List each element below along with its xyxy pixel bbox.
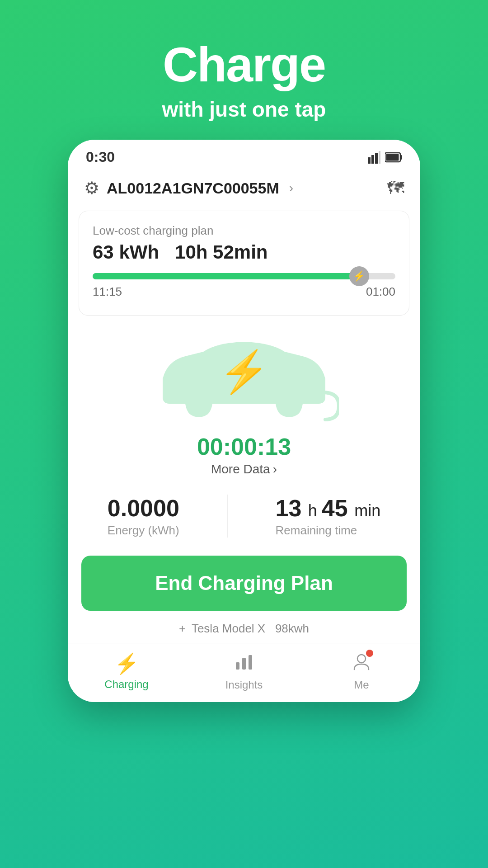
svg-rect-10: [249, 655, 252, 670]
progress-end-time: 01:00: [366, 285, 395, 299]
vehicle-model: Tesla Model X: [192, 622, 265, 635]
stats-divider: [227, 495, 228, 538]
hero-title: Charge: [163, 36, 325, 93]
remaining-hours: 13: [276, 495, 302, 521]
hero-header: Charge with just one tap: [0, 0, 488, 140]
gear-icon[interactable]: ⚙: [84, 178, 99, 198]
vehicle-battery: 98kwh: [275, 622, 309, 635]
energy-label: Energy (kWh): [108, 524, 179, 538]
remaining-mins: 45: [322, 495, 348, 521]
car-area: ⚡ 00:00:13 More Data ›: [68, 316, 420, 481]
remaining-value: 13 h 45 min: [276, 495, 381, 522]
svg-rect-2: [375, 153, 378, 164]
status-bar: 0:30: [68, 140, 420, 170]
insights-nav-icon: [234, 651, 254, 676]
charging-plan-card: Low-cost charging plan 63 kWh 10h 52min …: [79, 211, 409, 316]
remaining-label: Remaining time: [276, 524, 357, 538]
energy-value: 0.0000: [108, 495, 179, 522]
charging-nav-icon: ⚡: [114, 652, 139, 675]
more-data-chevron-icon: ›: [273, 462, 277, 476]
device-chevron-icon: ›: [289, 181, 293, 195]
plus-icon: +: [179, 622, 186, 635]
svg-text:⚡: ⚡: [219, 348, 270, 396]
svg-rect-6: [400, 155, 402, 160]
device-id[interactable]: AL0012A1GN7C00055M: [107, 179, 279, 197]
svg-rect-9: [242, 658, 246, 670]
device-header: ⚙ AL0012A1GN7C00055M › 🗺: [68, 170, 420, 206]
me-nav-label: Me: [354, 679, 369, 691]
nav-item-me[interactable]: Me: [303, 651, 420, 691]
end-charging-plan-button[interactable]: End Charging Plan: [81, 556, 407, 611]
battery-icon: [385, 151, 402, 164]
car-illustration: ⚡: [149, 329, 339, 429]
nav-item-charging[interactable]: ⚡ Charging: [68, 652, 185, 691]
more-data-label: More Data: [211, 462, 270, 476]
plan-duration: 10h 52min: [175, 241, 267, 263]
map-icon[interactable]: 🗺: [387, 179, 404, 198]
progress-thumb: ⚡: [349, 266, 369, 286]
svg-point-11: [357, 655, 366, 663]
me-nav-icon: [352, 651, 371, 676]
bolt-thumb-icon: ⚡: [353, 270, 365, 282]
remaining-stat: 13 h 45 min Remaining time: [276, 495, 381, 538]
charging-timer: 00:00:13: [197, 433, 291, 460]
svg-rect-1: [371, 155, 374, 164]
progress-track: ⚡: [93, 273, 395, 279]
insights-nav-label: Insights: [225, 679, 263, 691]
more-data-link[interactable]: More Data ›: [211, 462, 277, 476]
vehicle-info: + Tesla Model X 98kwh: [68, 618, 420, 643]
progress-start-time: 11:15: [93, 285, 122, 299]
phone-frame: 0:30 ⚙ AL0012A1GN7C00055M › 🗺: [68, 140, 420, 702]
plan-stats: 63 kWh 10h 52min: [93, 241, 395, 263]
nav-item-insights[interactable]: Insights: [185, 651, 303, 691]
svg-rect-8: [236, 662, 239, 670]
progress-container: ⚡ 11:15 01:00: [93, 273, 395, 299]
progress-fill: [93, 273, 359, 279]
me-notification-dot: [366, 650, 373, 657]
bottom-nav: ⚡ Charging Insights: [68, 643, 420, 702]
plan-label: Low-cost charging plan: [93, 224, 395, 238]
progress-times: 11:15 01:00: [93, 285, 395, 299]
hero-subtitle: with just one tap: [162, 97, 326, 122]
signal-icon: [368, 151, 380, 164]
plan-energy: 63 kWh: [93, 241, 159, 263]
svg-rect-3: [379, 151, 380, 164]
status-time: 0:30: [86, 149, 115, 165]
car-silhouette-svg: ⚡: [149, 334, 339, 424]
svg-rect-5: [386, 154, 399, 160]
charging-nav-label: Charging: [104, 678, 148, 691]
end-button-container: End Charging Plan: [68, 551, 420, 618]
status-icons: [368, 151, 402, 164]
device-left: ⚙ AL0012A1GN7C00055M ›: [84, 178, 293, 198]
stats-row: 0.0000 Energy (kWh) 13 h 45 min Remainin…: [68, 481, 420, 551]
svg-rect-0: [368, 157, 371, 164]
energy-stat: 0.0000 Energy (kWh): [108, 495, 179, 538]
